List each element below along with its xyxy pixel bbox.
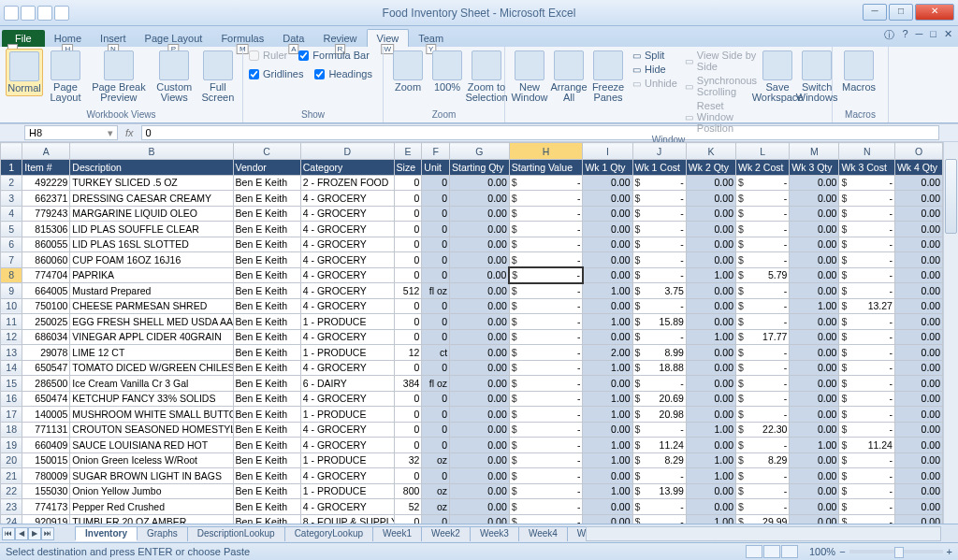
row-header-17[interactable]: 17 (1, 407, 22, 423)
sheet-tab-categorylookup[interactable]: CategoryLookup (284, 526, 373, 541)
vertical-scrollbar[interactable] (943, 142, 958, 524)
cell[interactable]: - (632, 298, 686, 314)
header-cell[interactable]: Wk 3 Cost (839, 160, 894, 176)
cell[interactable]: 1 - PRODUCE (300, 452, 394, 468)
cell[interactable]: ct (422, 345, 450, 361)
spreadsheet-grid[interactable]: ABCDEFGHIJKLMNO1Item #DescriptionVendorC… (0, 142, 958, 524)
cell[interactable]: 0 (394, 329, 422, 345)
cell[interactable]: 0.00 (790, 376, 839, 392)
row-header-22[interactable]: 22 (1, 483, 22, 499)
gridlines-checkbox[interactable]: Gridlines (249, 67, 303, 80)
row-header-1[interactable]: 1 (1, 160, 22, 176)
cell[interactable]: Ben E Keith (233, 222, 300, 237)
cell[interactable]: 1.00 (583, 452, 632, 468)
sheet-nav-arrows[interactable]: ⏮◀▶⏭ (2, 527, 54, 540)
cell[interactable]: - (839, 452, 894, 468)
cell[interactable]: Ben E Keith (233, 391, 300, 407)
cell[interactable]: - (839, 222, 894, 237)
cell[interactable]: 0.00 (450, 252, 510, 268)
cell[interactable]: 0.00 (894, 283, 942, 299)
cell[interactable]: - (509, 360, 583, 376)
cell[interactable]: - (735, 298, 789, 314)
cell[interactable]: 0.00 (894, 360, 942, 376)
row-header-18[interactable]: 18 (1, 422, 22, 438)
cell[interactable]: 0.00 (790, 360, 839, 376)
cell[interactable]: 0.00 (686, 283, 735, 299)
cell[interactable]: 140005 (22, 407, 70, 423)
cell[interactable]: 0.00 (583, 514, 632, 524)
row-header-10[interactable]: 10 (1, 298, 22, 314)
cell[interactable]: 0.00 (790, 237, 839, 252)
cell[interactable]: 0.00 (450, 422, 510, 438)
col-header-E[interactable]: E (394, 143, 422, 160)
cell[interactable]: 0.00 (894, 483, 942, 499)
cell[interactable]: CUP FOAM 16OZ 16J16 (70, 252, 233, 268)
cell[interactable]: 4 - GROCERY (300, 499, 394, 515)
cell[interactable]: - (632, 206, 686, 222)
cell[interactable]: - (735, 345, 789, 361)
tab-data[interactable]: DataA (273, 30, 313, 47)
cell[interactable]: LID PLAS SOUFFLE CLEAR (70, 222, 233, 237)
cell[interactable]: 13.27 (839, 298, 894, 314)
row-header-2[interactable]: 2 (1, 175, 22, 191)
cell[interactable]: 11.24 (632, 438, 686, 453)
col-header-C[interactable]: C (233, 143, 300, 160)
sheet-tab-descriptionlookup[interactable]: DescriptionLookup (187, 526, 285, 541)
cell[interactable]: 0.00 (450, 237, 510, 252)
header-cell[interactable]: Wk 4 Qty (894, 160, 942, 176)
cell[interactable]: - (632, 468, 686, 484)
doc-close-icon[interactable]: ✕ (944, 28, 952, 42)
zoom-selection-button[interactable]: Zoom to Selection (468, 49, 505, 105)
cell[interactable]: Ben E Keith (233, 267, 300, 283)
cell[interactable]: 0 (422, 298, 450, 314)
cell[interactable]: - (735, 206, 789, 222)
cell[interactable]: - (735, 407, 789, 423)
cell[interactable]: 286500 (22, 376, 70, 392)
cell[interactable]: 0 (394, 267, 422, 283)
cell[interactable]: 17.77 (735, 329, 789, 345)
cell[interactable]: 0.00 (583, 329, 632, 345)
cell[interactable]: 0.00 (583, 422, 632, 438)
cell[interactable]: 771131 (22, 422, 70, 438)
full-screen-button[interactable]: Full Screen (199, 49, 237, 105)
cell[interactable]: Ben E Keith (233, 407, 300, 423)
cell[interactable]: KETCHUP FANCY 33% SOLIDS (70, 391, 233, 407)
row-header-19[interactable]: 19 (1, 438, 22, 453)
header-cell[interactable]: Unit (422, 160, 450, 176)
cell[interactable]: Ben E Keith (233, 452, 300, 468)
cell[interactable]: 0.00 (583, 237, 632, 252)
cell[interactable]: - (735, 191, 789, 207)
cell[interactable]: 1 - PRODUCE (300, 483, 394, 499)
cell[interactable]: 0.00 (450, 438, 510, 453)
cell[interactable]: - (632, 499, 686, 515)
cell[interactable]: - (735, 499, 789, 515)
header-cell[interactable]: Description (70, 160, 233, 176)
cell[interactable]: - (839, 283, 894, 299)
cell[interactable]: 8.29 (632, 452, 686, 468)
cell[interactable]: 860055 (22, 237, 70, 252)
cell[interactable]: 0.00 (894, 422, 942, 438)
cell[interactable]: 1.00 (686, 329, 735, 345)
header-cell[interactable]: Vendor (233, 160, 300, 176)
cell[interactable]: LIME 12 CT (70, 345, 233, 361)
sheet-tab-week1[interactable]: Week1 (372, 526, 422, 541)
cell[interactable]: 8.29 (735, 452, 789, 468)
row-header-24[interactable]: 24 (1, 514, 22, 524)
cell[interactable]: 384 (394, 376, 422, 392)
cell[interactable]: oz (422, 499, 450, 515)
cell[interactable]: 0.00 (894, 345, 942, 361)
cell[interactable]: 0 (394, 175, 422, 191)
cell[interactable]: 1.00 (583, 314, 632, 330)
cell[interactable]: 29.99 (735, 514, 789, 524)
tab-home[interactable]: HomeH (45, 30, 91, 47)
horizontal-scrollbar[interactable] (586, 526, 941, 541)
help-icon[interactable]: ? (902, 28, 907, 42)
cell[interactable]: 0.00 (894, 298, 942, 314)
cell[interactable]: 0.00 (583, 376, 632, 392)
cell[interactable]: - (632, 175, 686, 191)
doc-min-icon[interactable]: ─ (916, 28, 923, 42)
cell[interactable]: - (735, 283, 789, 299)
col-header-B[interactable]: B (70, 143, 233, 160)
cell[interactable]: - (509, 452, 583, 468)
row-header-9[interactable]: 9 (1, 283, 22, 299)
